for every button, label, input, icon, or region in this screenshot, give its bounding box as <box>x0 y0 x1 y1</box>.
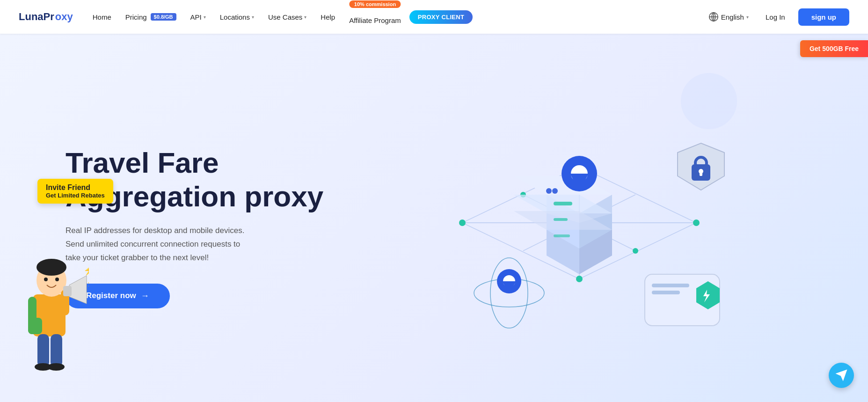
logo-luna: LunaPr <box>19 11 54 23</box>
navbar: LunaProxy Home Pricing $0.8/GB API ▾ Loc… <box>0 0 868 34</box>
nav-help-label: Help <box>321 13 335 21</box>
svg-rect-47 <box>554 234 570 237</box>
svg-rect-16 <box>37 334 49 367</box>
nav-home-label: Home <box>93 13 111 21</box>
nav-locations[interactable]: Locations ▾ <box>214 10 260 24</box>
svg-point-35 <box>633 248 638 254</box>
globe-icon <box>708 12 719 22</box>
nav-affiliate[interactable]: 10% commission Affiliate Program <box>343 7 407 27</box>
nav-api-label: API <box>190 13 202 21</box>
svg-text:⚡: ⚡ <box>87 279 89 287</box>
svg-point-8 <box>36 259 66 276</box>
nav-use-cases-label: Use Cases <box>268 13 302 21</box>
svg-rect-57 <box>700 171 702 176</box>
language-label: English <box>721 13 744 21</box>
svg-point-33 <box>576 276 583 282</box>
svg-rect-6 <box>28 318 42 334</box>
svg-point-48 <box>546 188 552 194</box>
use-cases-chevron-icon: ▾ <box>304 15 306 20</box>
language-chevron-icon: ▾ <box>746 15 749 20</box>
svg-point-10 <box>55 278 59 281</box>
hero-title-line1: Travel Fare <box>66 146 219 179</box>
nav-pricing[interactable]: Pricing $0.8/GB <box>120 10 182 24</box>
nav-api[interactable]: API ▾ <box>185 10 212 24</box>
svg-rect-13 <box>63 286 72 296</box>
telegram-button[interactable] <box>829 363 854 388</box>
nav-right: English ▾ Log In sign up <box>705 8 849 26</box>
free-banner[interactable]: Get 500GB Free <box>800 40 868 57</box>
logo[interactable]: LunaProxy <box>19 11 73 23</box>
svg-point-9 <box>44 278 48 281</box>
isometric-illustration <box>416 82 743 373</box>
hero-section: ⚡ ⚡ Travel Fare Aggregation proxy Real I… <box>0 34 868 402</box>
svg-point-49 <box>552 188 558 194</box>
register-now-label: Register now <box>86 291 136 300</box>
language-selector[interactable]: English ▾ <box>705 9 752 25</box>
hero-subtitle-line1: Real IP addresses for desktop and mobile… <box>66 226 244 235</box>
logo-proxy: oxy <box>55 11 73 23</box>
svg-text:⚡: ⚡ <box>83 264 89 276</box>
svg-point-30 <box>459 219 466 226</box>
register-now-arrow: → <box>141 291 149 301</box>
character-illustration: ⚡ ⚡ <box>14 229 89 402</box>
hero-subtitle-line2: Send unlimited concurrent connection req… <box>66 240 240 249</box>
svg-rect-65 <box>652 291 680 294</box>
svg-marker-12 <box>69 276 87 304</box>
nav-use-cases[interactable]: Use Cases ▾ <box>263 10 312 24</box>
locations-chevron-icon: ▾ <box>252 15 254 20</box>
affiliate-badge: 10% commission <box>350 0 401 8</box>
nav-items: Home Pricing $0.8/GB API ▾ Locations ▾ U… <box>87 7 705 27</box>
login-button[interactable]: Log In <box>758 9 793 25</box>
hero-illustration <box>328 64 831 391</box>
nav-home[interactable]: Home <box>87 10 117 24</box>
hero-subtitle: Real IP addresses for desktop and mobile… <box>66 224 299 265</box>
svg-rect-17 <box>51 334 62 367</box>
nav-locations-label: Locations <box>220 13 250 21</box>
hero-content: Travel Fare Aggregation proxy Real IP ad… <box>66 146 328 308</box>
nav-pricing-label: Pricing <box>125 13 147 21</box>
telegram-icon <box>834 368 848 382</box>
svg-point-32 <box>693 219 700 226</box>
signup-button[interactable]: sign up <box>798 8 849 26</box>
api-chevron-icon: ▾ <box>204 15 206 20</box>
svg-rect-46 <box>554 218 568 221</box>
nav-help[interactable]: Help <box>315 10 341 24</box>
invite-title: Invite Friend <box>46 183 105 192</box>
invite-tooltip[interactable]: Invite Friend Get Limited Rebates <box>37 179 113 204</box>
nav-affiliate-label: Affiliate Program <box>349 16 401 24</box>
proxy-client-button[interactable]: PROXY CLIENT <box>409 10 473 24</box>
svg-rect-45 <box>554 202 572 205</box>
svg-point-19 <box>48 363 65 371</box>
invite-subtitle: Get Limited Rebates <box>46 192 105 199</box>
pricing-badge: $0.8/GB <box>151 13 176 21</box>
svg-rect-64 <box>652 284 689 287</box>
